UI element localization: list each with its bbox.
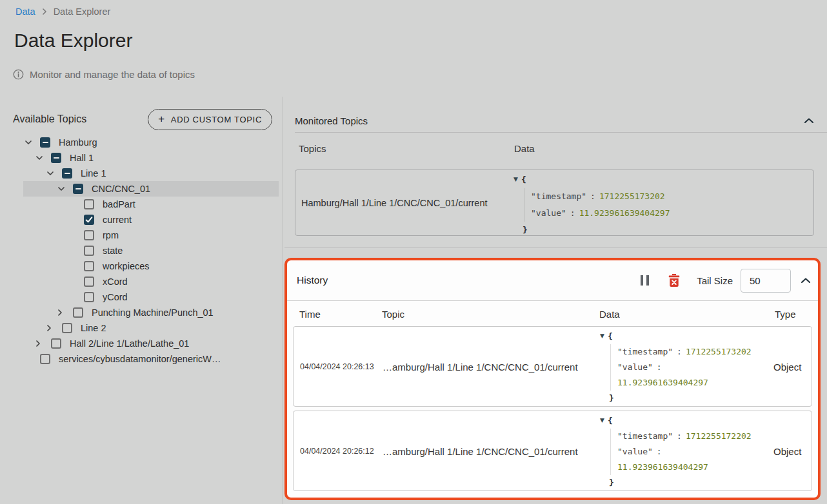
column-header-data: Data	[599, 308, 620, 319]
page-subtitle: Monitor and manage the data of topics	[13, 69, 195, 80]
checkbox-unchecked[interactable]	[84, 199, 94, 209]
tree-item-state[interactable]: state	[13, 243, 279, 258]
history-type: Object	[773, 361, 801, 372]
tree-item-label[interactable]: Hamburg	[59, 137, 97, 148]
json-value: 11.923961639404297	[617, 460, 752, 475]
checkbox-indeterminate[interactable]	[73, 184, 83, 194]
history-title: History	[297, 275, 639, 286]
json-colon: :	[657, 362, 662, 372]
json-colon: :	[590, 191, 595, 201]
topic-tree: Hamburg Hall 1 Line 1 CNC/CNC_01 badPart…	[13, 135, 279, 367]
checkbox-unchecked[interactable]	[84, 292, 94, 302]
chevron-right-icon[interactable]	[35, 340, 51, 347]
json-key: "value"	[531, 208, 566, 218]
tail-size-input[interactable]	[741, 269, 791, 293]
tree-item-label[interactable]: rpm	[103, 230, 119, 240]
json-value: 1712255173202	[686, 347, 752, 356]
checkbox-indeterminate[interactable]	[40, 137, 50, 148]
tree-item-label[interactable]: Hall 2/Line 1/Lathe/Lathe_01	[70, 338, 189, 349]
tree-item-label[interactable]: Line 2	[81, 323, 106, 333]
tail-size-label: Tail Size	[697, 275, 733, 286]
checkbox-unchecked[interactable]	[73, 307, 83, 318]
history-topic: …amburg/Hall 1/Line 1/CNC/CNC_01/current	[383, 361, 578, 372]
json-key: "timestamp"	[617, 431, 673, 441]
history-section: History Tail Size Time Topic Data Type	[284, 258, 821, 500]
available-topics-title: Available Topics	[13, 113, 86, 125]
checkbox-indeterminate[interactable]	[62, 168, 72, 179]
history-row: 04/04/2024 20:26:13 …amburg/Hall 1/Line …	[293, 326, 812, 407]
collapse-chevron-up-icon[interactable]	[804, 118, 814, 124]
tree-item-line-2[interactable]: Line 2	[13, 320, 279, 336]
clear-history-trash-icon[interactable]	[667, 273, 681, 288]
checkbox-unchecked[interactable]	[84, 276, 94, 287]
checkbox-checked[interactable]	[84, 215, 94, 225]
tree-item-hamburg[interactable]: Hamburg	[13, 135, 279, 150]
history-time: 04/04/2024 20:26:13	[300, 362, 374, 371]
json-viewer: ▼{ "timestamp":1712255172202 "value":11.…	[600, 412, 752, 490]
breadcrumb-current: Data Explorer	[54, 6, 111, 17]
tree-item-workpieces[interactable]: workpieces	[13, 258, 279, 274]
collapse-triangle-icon[interactable]: ▼	[600, 412, 604, 428]
breadcrumb: Data Data Explorer	[15, 6, 110, 17]
chevron-down-icon[interactable]	[35, 155, 51, 160]
tree-item-label[interactable]: badPart	[103, 199, 135, 209]
history-topic: …amburg/Hall 1/Line 1/CNC/CNC_01/current	[383, 445, 578, 456]
add-custom-topic-label: ADD CUSTOM TOPIC	[171, 115, 262, 124]
chevron-down-icon[interactable]	[46, 171, 62, 176]
history-row: 04/04/2024 20:26:12 …amburg/Hall 1/Line …	[293, 411, 812, 491]
tree-item-xcord[interactable]: xCord	[13, 274, 279, 289]
tree-item-label[interactable]: Punching Machine/Punch_01	[92, 307, 214, 318]
tree-item-current[interactable]: current	[13, 212, 279, 228]
tree-item-badpart[interactable]: badPart	[13, 197, 279, 212]
json-close-brace: }	[609, 478, 614, 487]
checkbox-unchecked[interactable]	[40, 354, 50, 364]
chevron-down-icon[interactable]	[25, 140, 40, 145]
tree-item-line-1[interactable]: Line 1	[13, 166, 279, 181]
tree-item-label[interactable]: CNC/CNC_01	[92, 184, 150, 194]
tree-item-hall-1[interactable]: Hall 1	[13, 150, 279, 166]
json-open-brace: {	[521, 175, 526, 184]
chevron-right-icon[interactable]	[46, 324, 62, 332]
info-icon	[13, 69, 24, 80]
checkbox-unchecked[interactable]	[84, 230, 94, 240]
column-header-data: Data	[514, 143, 535, 154]
tree-item-services[interactable]: services/cybusdatamonitor/genericW…	[13, 351, 279, 367]
chevron-down-icon[interactable]	[57, 186, 73, 191]
json-key: "value"	[617, 362, 653, 372]
tree-item-cnc-cnc-01[interactable]: CNC/CNC_01	[13, 181, 279, 197]
checkbox-unchecked[interactable]	[84, 261, 94, 271]
tree-item-ycord[interactable]: yCord	[13, 289, 279, 305]
tree-item-label[interactable]: Line 1	[81, 168, 106, 179]
tree-item-rpm[interactable]: rpm	[13, 228, 279, 243]
json-key: "timestamp"	[617, 347, 673, 356]
pause-button[interactable]	[639, 274, 650, 287]
tree-item-label[interactable]: state	[103, 246, 123, 256]
checkbox-indeterminate[interactable]	[51, 153, 61, 163]
tree-item-label[interactable]: yCord	[103, 292, 128, 302]
tree-item-label[interactable]: xCord	[103, 276, 128, 287]
checkbox-unchecked[interactable]	[84, 246, 94, 256]
tree-item-punching-machine[interactable]: Punching Machine/Punch_01	[13, 305, 279, 320]
tree-item-hall-2-lathe[interactable]: Hall 2/Line 1/Lathe/Lathe_01	[13, 336, 279, 351]
checkbox-unchecked[interactable]	[51, 338, 61, 349]
tree-item-label[interactable]: workpieces	[103, 261, 150, 271]
add-custom-topic-button[interactable]: + ADD CUSTOM TOPIC	[148, 109, 272, 130]
history-time: 04/04/2024 20:26:12	[300, 447, 374, 456]
chevron-right-icon[interactable]	[57, 309, 73, 316]
panel-divider	[283, 97, 283, 504]
collapse-triangle-icon[interactable]: ▼	[600, 328, 604, 344]
tree-item-label[interactable]: services/cybusdatamonitor/genericW…	[59, 354, 221, 364]
collapse-chevron-up-icon[interactable]	[801, 278, 811, 284]
json-value: 11.923961639404297	[579, 208, 670, 218]
collapse-triangle-icon[interactable]: ▼	[513, 171, 518, 188]
tree-item-label[interactable]: current	[103, 215, 132, 225]
json-key: "timestamp"	[531, 191, 586, 201]
json-open-brace: {	[608, 331, 613, 341]
tree-item-label[interactable]: Hall 1	[70, 153, 94, 163]
json-value: 11.923961639404297	[617, 375, 752, 391]
page-subtitle-text: Monitor and manage the data of topics	[30, 69, 195, 80]
column-header-type: Type	[775, 308, 796, 319]
breadcrumb-link-data[interactable]: Data	[15, 6, 35, 17]
checkbox-unchecked[interactable]	[62, 323, 72, 333]
chevron-right-icon	[42, 8, 47, 15]
